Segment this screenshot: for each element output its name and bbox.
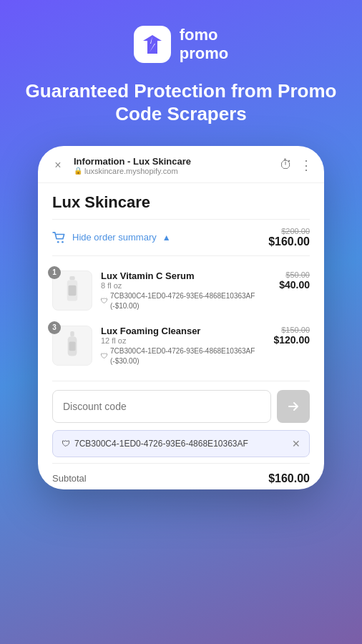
browser-url-text: luxskincare.myshopify.com [84, 167, 178, 175]
discount-section: 🛡 7CB300C4-1ED0-4726-93E6-4868E10363AF ✕ [52, 381, 310, 463]
subtotal-row: Subtotal $160.00 [52, 463, 310, 489]
applied-code-value: 7CB300C4-1ED0-4726-93E6-4868E10363AF [74, 439, 248, 449]
store-name: Lux Skincare [52, 183, 310, 219]
logo-text: fomo promo [180, 26, 228, 64]
shield-icon-2: 🛡 [101, 351, 108, 361]
discounted-total: $160.00 [268, 235, 310, 248]
order-summary-pricing: $200.00 $160.00 [268, 227, 310, 248]
product-pricing-1: $50.00 $40.00 [279, 270, 310, 291]
svg-point-2 [57, 241, 59, 243]
browser-close-button[interactable]: × [49, 157, 67, 174]
logo-row: fomo promo [134, 26, 228, 64]
product-volume-2: 12 fl oz [101, 336, 265, 345]
quantity-badge-2: 3 [48, 321, 61, 334]
product-code-2: 🛡 7CB300C4-1ED0-4726-93E6-4868E10363AF (… [101, 346, 265, 366]
svg-marker-0 [143, 35, 162, 54]
browser-title: Information - Lux Skincare [74, 156, 280, 167]
subtotal-label: Subtotal [52, 473, 87, 484]
browser-actions: ⏱ ⋮ [280, 157, 313, 173]
tagline: Guaranteed Protection from Promo Code Sc… [0, 79, 362, 126]
chevron-up-icon: ▲ [162, 233, 171, 243]
product-code-1: 🛡 7CB300C4-1ED0-4726-93E6-4868E10363AF (… [101, 291, 270, 311]
svg-rect-9 [69, 341, 75, 351]
product-final-price-2: $120.00 [273, 334, 310, 346]
product-original-price-1: $50.00 [279, 270, 310, 279]
discount-input[interactable] [52, 390, 271, 423]
subtotal-value: $160.00 [268, 472, 310, 485]
product-name-1: Lux Vitamin C Serum [101, 270, 270, 281]
arrow-right-icon [286, 399, 300, 414]
original-total: $200.00 [268, 227, 310, 235]
lock-icon: 🔒 [74, 167, 82, 175]
toggle-label: Hide order summary [72, 232, 157, 243]
product-original-price-2: $150.00 [273, 326, 310, 334]
more-options-icon[interactable]: ⋮ [300, 157, 313, 173]
shield-applied-icon: 🛡 [62, 439, 70, 449]
browser-title-area: Information - Lux Skincare 🔒 luxskincare… [74, 156, 280, 175]
browser-url: 🔒 luxskincare.myshopify.com [74, 167, 280, 175]
logo-line2: promo [180, 44, 228, 63]
shield-icon-1: 🛡 [101, 296, 108, 306]
svg-rect-7 [70, 331, 74, 336]
cart-icon [52, 232, 67, 243]
product-name-2: Lux Foaming Cleanser [101, 326, 265, 336]
applied-code-tag: 🛡 7CB300C4-1ED0-4726-93E6-4868E10363AF ✕ [52, 430, 310, 457]
checkout-content: Lux Skincare Hide order summary ▲ $200.0… [38, 183, 324, 489]
remove-code-button[interactable]: ✕ [292, 438, 300, 449]
phone-wrap: × Information - Lux Skincare 🔒 luxskinca… [31, 146, 331, 644]
quantity-badge-1: 1 [48, 266, 61, 279]
product-image-wrap-1: 1 [52, 270, 92, 311]
history-icon[interactable]: ⏱ [280, 157, 293, 173]
product-info-1: Lux Vitamin C Serum 8 fl oz 🛡 7CB300C4-1… [101, 270, 270, 311]
product-info-2: Lux Foaming Cleanser 12 fl oz 🛡 7CB300C4… [101, 326, 265, 366]
logo-icon [134, 26, 171, 63]
header-area: fomo promo Guaranteed Protection from Pr… [0, 0, 362, 139]
svg-point-3 [62, 241, 64, 243]
order-summary-bar[interactable]: Hide order summary ▲ $200.00 $160.00 [52, 219, 310, 256]
product-item: 1 Lux Vitamin C Serum 8 fl oz 🛡 7CB300C4… [52, 263, 310, 318]
discount-apply-button[interactable] [277, 390, 310, 423]
product-final-price-1: $40.00 [279, 279, 310, 291]
logo-line1: fomo [180, 26, 228, 44]
product-image-wrap-2: 3 [52, 326, 92, 366]
svg-rect-4 [69, 276, 74, 280]
product-volume-1: 8 fl oz [101, 281, 270, 290]
product-pricing-2: $150.00 $120.00 [273, 326, 310, 346]
browser-bar: × Information - Lux Skincare 🔒 luxskinca… [38, 146, 324, 183]
svg-rect-6 [69, 286, 77, 296]
phone-mockup: × Information - Lux Skincare 🔒 luxskinca… [38, 146, 324, 489]
applied-code-text: 🛡 7CB300C4-1ED0-4726-93E6-4868E10363AF [62, 439, 248, 449]
product-list: 1 Lux Vitamin C Serum 8 fl oz 🛡 7CB300C4… [52, 256, 310, 381]
product-item: 3 Lux Foaming Cleanser 12 fl oz 🛡 7CB300… [52, 318, 310, 374]
discount-row [52, 390, 310, 423]
order-summary-toggle[interactable]: Hide order summary ▲ [52, 232, 171, 243]
